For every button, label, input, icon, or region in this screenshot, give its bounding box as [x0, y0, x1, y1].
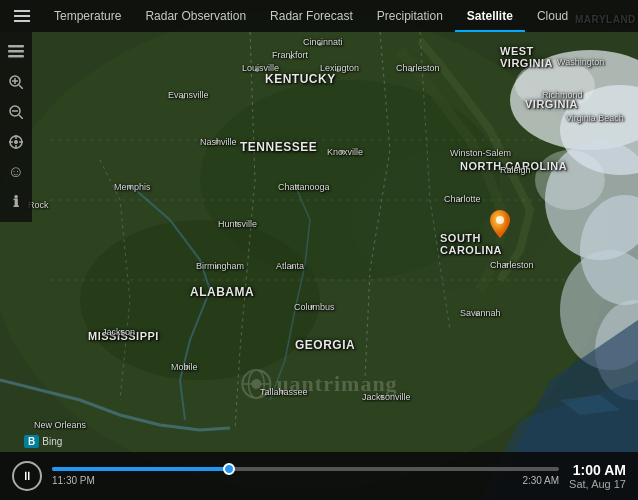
- svg-line-50: [19, 115, 23, 119]
- time-display: 1:00 AM Sat, Aug 17: [569, 462, 626, 490]
- svg-point-33: [504, 263, 508, 267]
- svg-point-15: [336, 68, 340, 72]
- svg-point-21: [295, 185, 299, 189]
- svg-line-46: [19, 85, 23, 89]
- svg-point-25: [290, 265, 294, 269]
- watermark: uantrimang: [240, 368, 397, 400]
- timeline-labels: 11:30 PM 2:30 AM: [52, 475, 559, 486]
- tab-satellite[interactable]: Satellite: [455, 0, 525, 32]
- svg-point-4: [350, 150, 550, 290]
- svg-point-27: [310, 305, 314, 309]
- svg-point-12: [535, 150, 605, 210]
- svg-point-34: [496, 216, 504, 224]
- svg-point-53: [14, 140, 18, 144]
- nav-tabs: Temperature Radar Observation Radar Fore…: [42, 0, 580, 32]
- zoom-in-icon[interactable]: [2, 68, 30, 96]
- watermark-text: uantrimang: [276, 371, 397, 397]
- svg-point-19: [215, 140, 219, 144]
- layers-icon[interactable]: [2, 38, 30, 66]
- current-date: Sat, Aug 17: [569, 478, 626, 490]
- svg-rect-43: [8, 50, 24, 53]
- svg-point-11: [515, 60, 595, 110]
- svg-point-32: [475, 312, 479, 316]
- bottom-bar: ⏸ 11:30 PM 2:30 AM 1:00 AM Sat, Aug 17: [0, 452, 638, 500]
- svg-point-3: [80, 220, 320, 380]
- timeline: 11:30 PM 2:30 AM: [52, 467, 559, 486]
- tab-precipitation[interactable]: Precipitation: [365, 0, 455, 32]
- svg-rect-41: [14, 20, 30, 22]
- emoji-icon[interactable]: ☺: [2, 158, 30, 186]
- svg-point-18: [410, 68, 414, 72]
- timeline-thumb[interactable]: [223, 463, 235, 475]
- time-end: 2:30 AM: [522, 475, 559, 486]
- svg-rect-42: [8, 45, 24, 48]
- bing-logo: B Bing: [24, 435, 62, 448]
- bing-icon: B: [24, 435, 39, 448]
- svg-rect-40: [14, 15, 30, 17]
- tab-radar-observation[interactable]: Radar Observation: [133, 0, 258, 32]
- info-icon[interactable]: ℹ: [2, 188, 30, 216]
- side-icons: ☺ ℹ: [0, 32, 32, 222]
- location-pin[interactable]: [490, 210, 510, 242]
- map-container: WESTVIRGINIA VIRGINIA NORTH CAROLINA SOU…: [0, 0, 638, 500]
- svg-rect-39: [14, 10, 30, 12]
- zoom-out-icon[interactable]: [2, 98, 30, 126]
- svg-point-16: [255, 68, 259, 72]
- svg-point-22: [128, 185, 132, 189]
- timeline-track[interactable]: [52, 467, 559, 471]
- bing-text: Bing: [42, 436, 62, 447]
- tab-cloud[interactable]: Cloud: [525, 0, 580, 32]
- play-pause-button[interactable]: ⏸: [12, 461, 42, 491]
- svg-point-24: [235, 222, 239, 226]
- svg-point-13: [318, 42, 322, 46]
- svg-point-14: [289, 55, 293, 59]
- svg-point-29: [185, 365, 189, 369]
- svg-point-17: [181, 95, 185, 99]
- svg-point-20: [340, 150, 344, 154]
- tab-temperature[interactable]: Temperature: [42, 0, 133, 32]
- svg-point-28: [120, 330, 124, 334]
- time-start: 11:30 PM: [52, 475, 95, 486]
- menu-icon[interactable]: [6, 0, 38, 32]
- svg-rect-44: [8, 55, 24, 58]
- top-nav: Temperature Radar Observation Radar Fore…: [0, 0, 638, 32]
- svg-point-26: [215, 265, 219, 269]
- my-location-icon[interactable]: [2, 128, 30, 156]
- tab-radar-forecast[interactable]: Radar Forecast: [258, 0, 365, 32]
- timeline-fill: [52, 467, 229, 471]
- current-time: 1:00 AM: [569, 462, 626, 478]
- svg-point-23: [458, 198, 462, 202]
